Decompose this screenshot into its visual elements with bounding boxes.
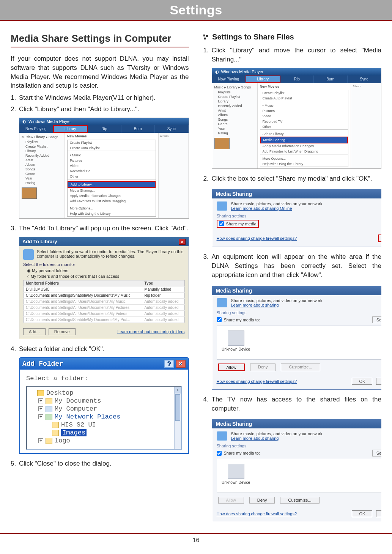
tree-my-computer[interactable]: My Computer (55, 405, 97, 412)
help-button[interactable]: ? (164, 360, 174, 368)
menu-recorded-tv[interactable]: Recorded TV (260, 119, 348, 124)
ms-learn-more-link[interactable]: Learn more about sharing (231, 436, 324, 441)
cancel-button[interactable]: Cancel (376, 510, 381, 517)
settings-button[interactable]: Settings... (372, 450, 381, 456)
share-my-media-checkbox[interactable]: Share my media (217, 220, 259, 228)
menu-more-options[interactable]: More Options... (68, 206, 156, 211)
menu-pictures[interactable]: Pictures (260, 108, 348, 113)
wmp-tree-item[interactable]: Create Playlist (214, 94, 255, 99)
tree-desktop[interactable]: Desktop (46, 389, 73, 397)
menu-add-favorites[interactable]: Add Favorites to List When Dragging (68, 198, 156, 204)
wmp-tree-item[interactable]: Recently Added (214, 104, 255, 108)
menu-create-auto-playlist[interactable]: Create Auto Playlist (260, 96, 348, 101)
menu-media-sharing[interactable]: Media Sharing... (68, 188, 156, 193)
ok-button[interactable]: OK (352, 378, 372, 385)
device-item[interactable]: Unknown Device (222, 464, 250, 485)
wmp-tree-item[interactable]: Album (214, 113, 255, 117)
menu-add-to-library[interactable]: Add to Library... (260, 131, 348, 137)
wmp-tree-item[interactable]: Rating (22, 181, 62, 185)
settings-button[interactable]: Settings... (372, 316, 381, 323)
wmp-tree-item[interactable]: Album (22, 162, 62, 167)
radio-personal-folders[interactable]: ◉ My personal folders (27, 268, 185, 273)
tree-child-selected[interactable]: Images (61, 429, 87, 436)
close-icon[interactable]: × (176, 360, 186, 368)
wmp-tab-sync[interactable]: Sync (348, 76, 381, 83)
menu-help[interactable]: Help with Using the Library (260, 161, 348, 167)
menu-video[interactable]: Video (68, 163, 156, 168)
wmp-tree-item[interactable]: Create Playlist (22, 144, 62, 149)
menu-help[interactable]: Help with Using the Library (68, 211, 156, 216)
firewall-link[interactable]: How does sharing change firewall setting… (217, 236, 297, 241)
scrollbar[interactable]: ▴ (174, 387, 181, 449)
wmp-tab-library[interactable]: Library (246, 76, 280, 83)
share-my-media-to-checkbox[interactable]: Share my media to: (217, 317, 260, 322)
menu-music[interactable]: Music (260, 103, 348, 108)
scroll-up-icon[interactable]: ▴ (175, 387, 181, 393)
checkbox-icon[interactable] (219, 221, 224, 226)
folder-tree[interactable]: Desktop +My Documents +My Computer +My N… (26, 386, 182, 450)
wmp-tree-item[interactable]: Genre (22, 172, 62, 176)
expand-icon[interactable]: + (38, 414, 43, 419)
ok-button[interactable]: OK (378, 235, 381, 242)
expand-icon[interactable]: + (38, 406, 43, 411)
tree-network-places[interactable]: My Network Places (55, 413, 120, 420)
menu-more-options[interactable]: More Options... (260, 156, 348, 161)
wmp-tree-item[interactable]: Genre (214, 122, 255, 126)
ok-button[interactable]: OK (352, 510, 372, 517)
deny-button[interactable]: Deny (250, 364, 276, 371)
table-cell[interactable]: D:\HJLMUSIC (24, 286, 142, 292)
menu-other[interactable]: Other (260, 124, 348, 129)
menu-add-favorites[interactable]: Add Favorites to List When Dragging (260, 149, 348, 154)
menu-apply-media-info[interactable]: Apply Media Information Changes (260, 143, 348, 149)
ms-learn-more-link[interactable]: Learn more about sharing Online (231, 206, 324, 211)
learn-more-link[interactable]: Learn more about monitoring folders (117, 329, 184, 334)
wmp-tab-rip[interactable]: Rip (280, 76, 314, 83)
firewall-link[interactable]: How does sharing change firewall setting… (217, 379, 297, 384)
wmp-tree-item[interactable]: Rating (214, 131, 255, 135)
expand-icon[interactable]: + (38, 438, 43, 443)
menu-pictures[interactable]: Pictures (68, 158, 156, 163)
checkbox-icon[interactable] (217, 451, 222, 456)
checkbox-icon[interactable] (217, 317, 222, 322)
add-button[interactable]: Add... (23, 328, 46, 335)
wmp-tab-sync[interactable]: Sync (155, 125, 189, 133)
menu-recorded-tv[interactable]: Recorded TV (68, 168, 156, 174)
menu-apply-media-info[interactable]: Apply Media Information Changes (68, 193, 156, 198)
cancel-button[interactable]: Cancel (376, 378, 381, 385)
menu-create-playlist[interactable]: Create Playlist (68, 140, 156, 145)
wmp-tree-item[interactable]: Year (22, 176, 62, 181)
share-my-media-to-checkbox[interactable]: Share my media to: (217, 451, 260, 456)
table-cell[interactable]: C:\Documents and Settings\Shabble\My Doc… (24, 292, 142, 298)
wmp-tree-item[interactable]: Songs (214, 117, 255, 122)
wmp-tab-rip[interactable]: Rip (88, 125, 121, 133)
wmp-tab-library[interactable]: Library (53, 125, 88, 133)
radio-others-folders[interactable]: ○ My folders and those of others that I … (27, 274, 185, 279)
wmp-tree-item[interactable]: Artist (214, 108, 255, 113)
menu-video[interactable]: Video (260, 113, 348, 119)
wmp-tab-burn[interactable]: Burn (314, 76, 348, 83)
table-cell[interactable]: C:\Documents and Settings\All Users\Docu… (24, 304, 142, 310)
table-cell[interactable]: C:\Documents and Settings\Shabble\My Doc… (24, 316, 142, 323)
ms-learn-more-link[interactable]: Learn more about sharing (231, 303, 324, 307)
menu-add-to-library[interactable]: Add to Library... (68, 181, 156, 188)
allow-button[interactable]: Allow (218, 497, 244, 504)
wmp-tree-item[interactable]: Library (22, 149, 62, 153)
menu-create-playlist[interactable]: Create Playlist (260, 90, 348, 96)
menu-music[interactable]: Music (68, 153, 156, 158)
firewall-link[interactable]: How does sharing change firewall setting… (217, 512, 297, 516)
expand-icon[interactable]: + (38, 398, 43, 403)
scroll-thumb[interactable] (175, 394, 180, 421)
wmp-tab-burn[interactable]: Burn (121, 125, 155, 133)
customize-button[interactable]: Customize... (281, 364, 320, 371)
remove-button[interactable]: Remove (49, 328, 76, 335)
wmp-tree-item[interactable]: Year (214, 126, 255, 131)
close-icon[interactable]: × (179, 239, 186, 245)
table-cell[interactable]: C:\Documents and Settings\All Users\Docu… (24, 310, 142, 316)
device-item[interactable]: Unknown Device (222, 331, 250, 351)
wmp-tab-nowplaying[interactable]: Now Playing (212, 76, 246, 83)
wmp-tree-item[interactable]: Artist (22, 158, 62, 162)
customize-button[interactable]: Customize... (280, 497, 319, 504)
wmp-tree-item[interactable]: Library (214, 99, 255, 104)
wmp-tree-root[interactable]: Playlists (22, 140, 62, 144)
tree-my-documents[interactable]: My Documents (55, 397, 101, 404)
